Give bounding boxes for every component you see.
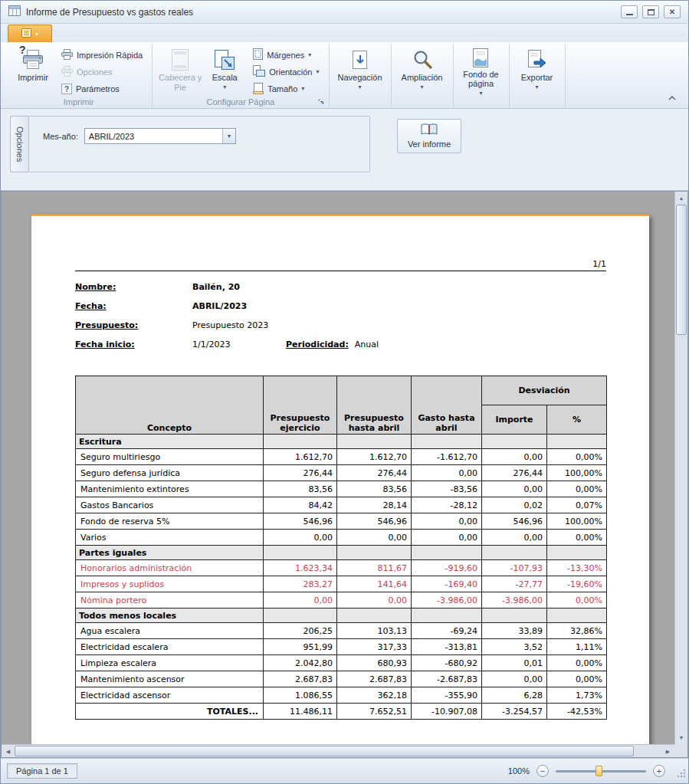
value-cell: 28,14	[337, 497, 412, 513]
field-value: 1/1/2023	[192, 340, 286, 349]
zoom-in-button[interactable]: +	[653, 765, 665, 777]
horizontal-scrollbar[interactable]: ◀ ▶	[2, 744, 674, 757]
value-cell: 0,07%	[547, 497, 607, 513]
dialog-launcher-icon[interactable]	[317, 97, 326, 107]
margenes-button[interactable]: Márgenes ▾	[249, 48, 323, 62]
concept-cell: Varios	[76, 530, 264, 546]
value-cell: 7.652,51	[337, 704, 412, 720]
value-cell: -3.986,00	[482, 592, 547, 609]
value-cell: 0,00	[264, 592, 337, 609]
escala-button[interactable]: Escala ▾	[202, 44, 247, 97]
value-cell: 1.623,34	[264, 560, 337, 576]
ver-informe-button[interactable]: Ver informe	[397, 119, 461, 153]
report-table-body: EscrituraSeguro multiriesgo1.612,701.612…	[76, 435, 607, 720]
chevron-down-icon: ▾	[223, 84, 226, 90]
value-cell: 84,42	[264, 497, 337, 513]
value-cell: -83,56	[412, 481, 482, 497]
resize-grip-icon[interactable]	[676, 767, 686, 781]
totals-row: TOTALES...11.486,117.652,51-10.907,08-3.…	[76, 704, 607, 720]
opciones-button: Opciones	[57, 64, 146, 79]
ribbon-group-imprimir: ? Imprimir Impresión Rápida	[5, 44, 153, 108]
close-button[interactable]: ✕	[664, 5, 681, 18]
scrollbar-corner	[674, 744, 687, 757]
scroll-down-icon[interactable]: ▼	[675, 731, 687, 744]
statusbar: Página 1 de 1 100% − +	[1, 758, 688, 783]
col-header-presupuesto-hasta-abril: Presupuesto hasta abril	[337, 376, 412, 435]
chevron-down-icon: ▾	[479, 90, 482, 97]
zoom-out-button[interactable]: −	[536, 765, 549, 777]
scroll-left-icon[interactable]: ◀	[2, 745, 15, 758]
chevron-down-icon: ▾	[358, 84, 361, 90]
value-cell: -355,90	[412, 687, 482, 704]
page-count-indicator: Página 1 de 1	[7, 763, 77, 779]
value-cell: -10.907,08	[412, 704, 482, 720]
navegacion-button[interactable]: Navegación ▾	[335, 44, 386, 97]
field-value: Bailén, 20	[192, 282, 240, 292]
value-cell: 317,33	[337, 639, 412, 655]
value-cell: 0,00%	[547, 671, 607, 687]
app-icon	[8, 5, 21, 19]
zoom-slider[interactable]	[556, 765, 646, 777]
value-cell: -42,53%	[547, 704, 607, 720]
value-cell: 0,00	[412, 465, 482, 481]
value-cell: 0,00	[482, 530, 547, 546]
value-cell: 2.687,83	[264, 671, 337, 687]
concept-cell: Mantenimiento extintores	[76, 481, 264, 497]
vertical-scrollbar[interactable]: ▲ ▼	[674, 192, 687, 744]
chevron-down-icon: ▾	[301, 86, 304, 92]
maximize-button[interactable]	[642, 5, 659, 18]
application-menu-button[interactable]: ▾	[8, 25, 52, 42]
value-cell: -1.612,70	[412, 449, 482, 465]
table-row: Fondo de reserva 5%546,96546,960,00546,9…	[76, 513, 607, 530]
section-empty-cell	[412, 546, 482, 560]
minimize-button[interactable]	[621, 5, 638, 18]
value-cell: 0,00	[337, 592, 412, 609]
fondo-pagina-button[interactable]: Fondo de página ▾	[459, 44, 504, 97]
concept-cell: Mantenimiento ascensor	[76, 671, 264, 687]
field-value: Anual	[355, 340, 379, 349]
report-fields: Nombre: Bailén, 20 Fecha: ABRIL/2023 Pre…	[75, 277, 606, 354]
value-cell: 83,56	[337, 481, 412, 497]
zoom-controls: 100% − +	[508, 765, 665, 777]
section-empty-cell	[337, 546, 412, 560]
parametros-button[interactable]: ? Parámetros	[57, 82, 146, 97]
tamano-button[interactable]: Tamaño ▾	[249, 82, 323, 97]
field-row-fecha-inicio: Fecha inicio: 1/1/2023 Periodicidad: Anu…	[75, 335, 606, 354]
imprimir-button[interactable]: ? Imprimir	[11, 44, 55, 97]
scroll-up-icon[interactable]: ▲	[675, 192, 687, 205]
value-cell: 0,01	[482, 655, 547, 671]
orientacion-button[interactable]: Orientación ▾	[249, 64, 323, 79]
application-menu-icon	[21, 27, 31, 41]
horizontal-scroll-thumb[interactable]	[15, 746, 634, 756]
section-empty-cell	[264, 546, 337, 560]
chevron-down-icon: ▾	[35, 31, 38, 37]
section-empty-cell	[482, 609, 547, 623]
zoom-slider-thumb[interactable]	[595, 766, 602, 776]
concept-cell: Electricidad ascensor	[76, 687, 264, 704]
exportar-button[interactable]: Exportar ▾	[515, 44, 559, 97]
group-label-imprimir: Imprimir	[5, 97, 152, 107]
collapse-ribbon-button[interactable]	[665, 93, 679, 103]
mes-ano-input[interactable]	[85, 129, 222, 143]
chevron-down-icon: ▾	[316, 69, 319, 75]
tab-opciones[interactable]: Opciones	[10, 116, 28, 172]
section-row: Escritura	[76, 435, 607, 449]
combo-dropdown-button[interactable]: ▼	[222, 129, 235, 143]
section-empty-cell	[412, 609, 482, 623]
mes-ano-label: Mes-año:	[43, 132, 78, 141]
options-group-box: Mes-año: ▼	[28, 116, 370, 172]
concept-cell: Seguro defensa jurídica	[76, 465, 264, 481]
value-cell: 1,11%	[547, 639, 607, 655]
table-row: Gastos Bancarios84,4228,14-28,120,020,07…	[76, 497, 607, 513]
ribbon-group-navegacion: Navegación ▾	[330, 44, 392, 108]
impresion-rapida-button[interactable]: Impresión Rápida	[57, 48, 146, 62]
mes-ano-combobox[interactable]: ▼	[84, 128, 236, 144]
ampliacion-button[interactable]: Ampliación ▾	[397, 44, 448, 97]
chevron-down-icon: ▾	[535, 84, 538, 90]
zoom-level-label: 100%	[508, 766, 530, 776]
scroll-right-icon[interactable]: ▶	[661, 745, 674, 758]
vertical-scroll-thumb[interactable]	[676, 205, 687, 335]
value-cell: 100,00%	[547, 513, 607, 530]
section-row: Partes iguales	[76, 546, 607, 560]
table-row: Seguro defensa jurídica276,44276,440,002…	[76, 465, 607, 481]
